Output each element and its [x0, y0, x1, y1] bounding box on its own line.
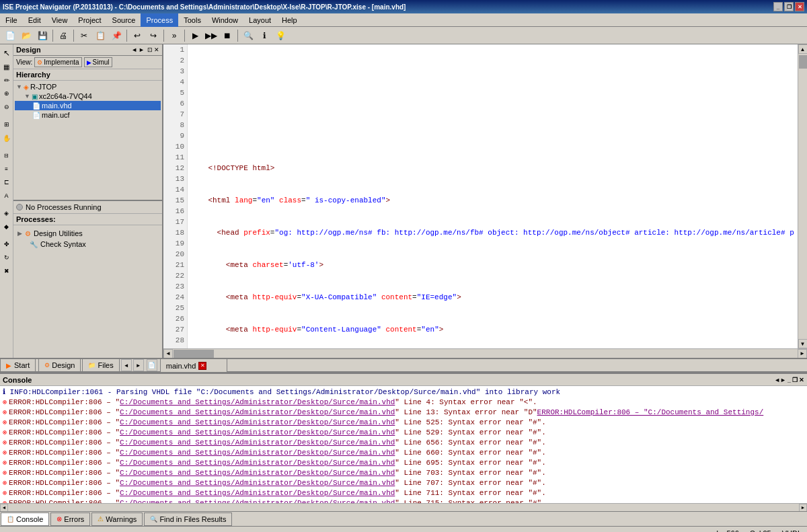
menu-window[interactable]: Window [206, 13, 243, 27]
err-link-8[interactable]: C:/Documents and Settings/Administrator/… [120, 469, 395, 477]
cut-button[interactable]: ✂ [77, 28, 91, 43]
process-check-syntax[interactable]: 🔧 Check Syntax [16, 239, 159, 250]
menu-project[interactable]: Project [73, 13, 106, 27]
console-max-btn[interactable]: ❐ [792, 377, 798, 383]
nav-prev-btn[interactable]: ◄ [121, 359, 132, 371]
copy-button[interactable]: 📋 [93, 28, 108, 43]
scroll-down-btn[interactable]: ▼ [798, 339, 808, 348]
icon-wire[interactable]: ⊟ [1, 149, 13, 161]
chscroll-left[interactable]: ◄ [0, 504, 8, 512]
process-design-utilities[interactable]: ▶ ⚙ Design Utilities [16, 228, 159, 239]
icon-zoom-in[interactable]: ⊕ [1, 87, 13, 100]
new-button[interactable]: 📄 [3, 28, 17, 43]
icon-probe[interactable]: ◈ [1, 207, 13, 219]
files-tab[interactable]: 📁 Files [82, 358, 119, 372]
tree-item-mainvhd[interactable]: 📄 main.vhd [15, 101, 161, 110]
chscroll-right[interactable]: ► [799, 504, 807, 512]
tab-console[interactable]: 📋 Console [1, 512, 49, 526]
tb-more[interactable]: » [167, 28, 182, 43]
tb-info[interactable]: ℹ [257, 28, 272, 43]
start-button[interactable]: ▶ Start [0, 358, 36, 372]
err-link-10[interactable]: C:/Documents and Settings/Administrator/… [120, 489, 395, 497]
icon-delete[interactable]: ✖ [1, 265, 13, 277]
icon-zoom-out[interactable]: ⊖ [1, 101, 13, 113]
menu-help[interactable]: Help [276, 13, 303, 27]
design-tab[interactable]: ⚙ Design [38, 358, 81, 372]
menu-tools[interactable]: Tools [178, 13, 206, 27]
run-button[interactable]: ▶ [188, 28, 202, 43]
run-all-button[interactable]: ▶▶ [204, 28, 219, 43]
icon-move[interactable]: ✤ [1, 238, 13, 250]
ln-28: 28 [163, 335, 187, 346]
err-link-1[interactable]: C:/Documents and Settings/Administrator/… [120, 398, 395, 406]
view-implementation-btn[interactable]: ⚙ Implementa [34, 57, 81, 67]
vertical-scrollbar[interactable]: ▲ ▼ [798, 44, 807, 348]
menu-edit[interactable]: Edit [23, 13, 46, 27]
tab-errors[interactable]: ⊗ Errors [50, 512, 90, 526]
undo-button[interactable]: ↩ [130, 28, 145, 43]
icon-hand[interactable]: ✋ [1, 132, 13, 144]
menu-source[interactable]: Source [107, 13, 141, 27]
icon-bus[interactable]: ≡ [1, 163, 13, 175]
design-arrow-right[interactable]: ► [139, 46, 145, 53]
scroll-up-btn[interactable]: ▲ [798, 44, 808, 54]
stop-button[interactable]: ⏹ [220, 28, 235, 43]
icon-select[interactable]: ▦ [1, 61, 13, 73]
err-link-4[interactable]: C:/Documents and Settings/Administrator/… [120, 428, 395, 436]
design-arrow-left[interactable]: ◄ [131, 46, 137, 53]
tab-find-results[interactable]: 🔍 Find in Files Results [144, 512, 232, 526]
tab-close-btn[interactable]: ✕ [198, 362, 206, 370]
main-vhd-tab[interactable]: main.vhd ✕ [160, 358, 227, 372]
paste-button[interactable]: 📌 [109, 28, 124, 43]
tb-light[interactable]: 💡 [273, 28, 288, 43]
code-editor[interactable]: <!DOCTYPE html> <html lang="en" class=" … [188, 44, 798, 348]
err-link-5[interactable]: C:/Documents and Settings/Administrator/… [120, 439, 395, 447]
err-link-7[interactable]: C:/Documents and Settings/Administrator/… [120, 459, 395, 467]
design-float[interactable]: ⊡ [147, 46, 153, 53]
close-button[interactable]: ✕ [795, 2, 804, 11]
tree-item-mainucf[interactable]: 📄 main.ucf [15, 110, 161, 120]
menu-process[interactable]: Process [141, 13, 178, 27]
icon-edit2[interactable]: ✏ [1, 74, 13, 86]
menu-layout[interactable]: Layout [243, 13, 276, 27]
horizontal-scrollbar[interactable]: ◄ ► [163, 348, 807, 358]
scroll-thumb[interactable] [799, 55, 807, 69]
icon-pointer[interactable]: ↖ [1, 47, 13, 59]
icon-fit[interactable]: ⊞ [1, 118, 13, 130]
ln-2: 2 [163, 55, 187, 66]
err-link-2b[interactable]: ERROR:HDLCompiler:806 – "C:/Documents an… [537, 408, 764, 416]
redo-button[interactable]: ↪ [146, 28, 161, 43]
hscroll-left-btn[interactable]: ◄ [163, 349, 173, 358]
icon-label[interactable]: A [1, 190, 13, 202]
design-close[interactable]: ✕ [154, 46, 159, 53]
open-button[interactable]: 📂 [19, 28, 34, 43]
menu-file[interactable]: File [0, 13, 23, 27]
console-tab-label: Console [16, 515, 43, 523]
tree-item-rjtop[interactable]: ▼ ◈ R-JTOP [15, 82, 161, 91]
hscroll-thumb[interactable] [174, 350, 214, 358]
tree-item-xc2c64a[interactable]: ▼ ▣ xc2c64a-7VQ44 [15, 91, 161, 101]
print-button[interactable]: 🖨 [56, 28, 71, 43]
console-close-btn[interactable]: ✕ [799, 377, 804, 383]
restore-button[interactable]: ❐ [784, 2, 794, 11]
minimize-button[interactable]: _ [773, 2, 783, 11]
menu-view[interactable]: View [46, 13, 73, 27]
icon-marker[interactable]: ◆ [1, 221, 13, 233]
save-button[interactable]: 💾 [35, 28, 50, 43]
icon-rotate[interactable]: ↻ [1, 252, 13, 264]
code-line-6: <head prefix="og: http://ogp.me/ns# fb: … [190, 227, 795, 238]
console-float-btn[interactable]: ◄► [774, 377, 786, 383]
err-link-6[interactable]: C:/Documents and Settings/Administrator/… [120, 449, 395, 457]
new-editor-btn[interactable]: 📄 [147, 359, 157, 371]
console-hscroll[interactable]: ◄ ► [0, 503, 807, 511]
err-link-2[interactable]: C:/Documents and Settings/Administrator/… [120, 408, 395, 416]
err-link-3[interactable]: C:/Documents and Settings/Administrator/… [120, 418, 395, 426]
icon-port[interactable]: ⊏ [1, 176, 13, 188]
err-link-9[interactable]: C:/Documents and Settings/Administrator/… [120, 479, 395, 487]
nav-next-btn[interactable]: ► [133, 359, 144, 371]
tab-warnings[interactable]: ⚠ Warnings [91, 512, 143, 526]
hscroll-right-btn[interactable]: ► [798, 349, 807, 358]
view-simulation-btn[interactable]: ▶ Simul [84, 57, 112, 67]
console-min-btn[interactable]: _ [787, 377, 791, 383]
tb-zoom[interactable]: 🔍 [241, 28, 256, 43]
